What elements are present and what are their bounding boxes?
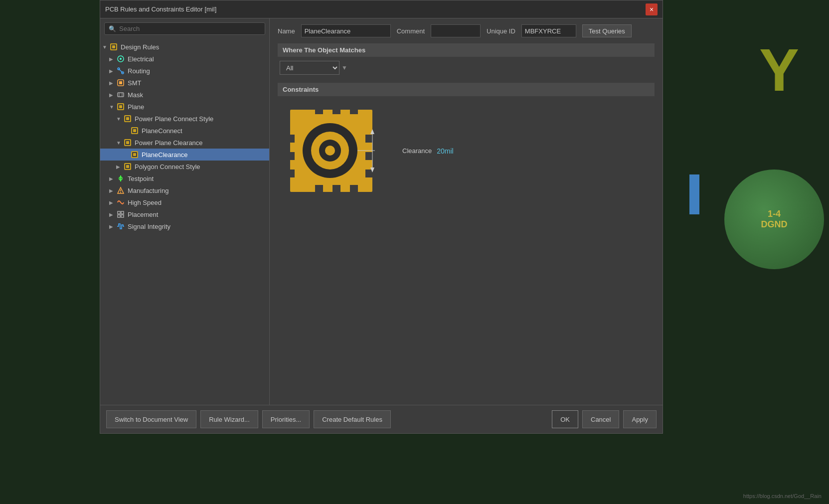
svg-rect-30 [126, 165, 129, 168]
tree-item-signal-integrity[interactable]: ▶ Signal Integrity [100, 220, 269, 232]
unique-id-label: Unique ID [487, 27, 515, 35]
plane-icon [116, 102, 125, 111]
dialog-title-bar: PCB Rules and Constraints Editor [mil] × [100, 0, 663, 18]
tree-item-routing[interactable]: ▶ Routing [100, 65, 269, 77]
dropdown-arrow: ▼ [341, 64, 347, 71]
search-icon: 🔍 [109, 25, 116, 32]
highspeed-icon [116, 198, 125, 207]
ok-button[interactable]: OK [552, 410, 578, 428]
tree-item-plane[interactable]: ▼ Plane [100, 101, 269, 113]
footer-right: OK Cancel Apply [552, 410, 657, 428]
bg-blue-bar [689, 174, 699, 214]
svg-rect-2 [112, 45, 115, 48]
priorities-button[interactable]: Priorities... [262, 410, 310, 428]
switch-doc-view-button[interactable]: Switch to Document View [106, 410, 196, 428]
svg-rect-27 [133, 153, 136, 156]
constraints-section: Constraints [278, 83, 655, 199]
tree-label-ppc: Power Plane Clearance [135, 139, 203, 147]
search-input[interactable] [119, 25, 261, 32]
tree-label-plane: Plane [128, 103, 144, 111]
tree-item-testpoint[interactable]: ▶ Testpoint [100, 172, 269, 184]
cancel-button[interactable]: Cancel [582, 410, 619, 428]
svg-rect-50 [315, 185, 323, 192]
tree-item-mask[interactable]: ▶ Mask [100, 89, 269, 101]
tree-label-design-rules: Design Rules [121, 43, 159, 51]
svg-rect-18 [126, 117, 129, 120]
tree-item-power-plane-connect-style[interactable]: ▼ Power Plane Connect Style [100, 113, 269, 125]
rule-wizard-button[interactable]: Rule Wizard... [200, 410, 258, 428]
tree-item-polygon-connect-style[interactable]: ▶ Polygon Connect Style [100, 161, 269, 172]
svg-rect-37 [121, 211, 124, 214]
tree-arrow-plane: ▼ [109, 104, 116, 110]
tree-label-planeconnect: PlaneConnect [142, 127, 182, 135]
svg-rect-9 [119, 81, 122, 84]
svg-rect-15 [119, 105, 122, 108]
background-decoration: Y 1-4 DGND [669, 0, 829, 504]
svg-rect-51 [332, 185, 340, 192]
test-queries-button[interactable]: Test Queries [582, 24, 632, 37]
pcb-rules-dialog: PCB Rules and Constraints Editor [mil] ×… [100, 0, 663, 434]
tree-arrow-routing: ▶ [109, 68, 116, 74]
tree-item-placement[interactable]: ▶ Placement [100, 208, 269, 220]
tree-label-routing: Routing [128, 67, 150, 75]
tree-item-planeconnect[interactable]: PlaneConnect [100, 125, 269, 137]
testpoint-icon [116, 174, 125, 183]
placement-icon [116, 210, 125, 219]
svg-rect-24 [126, 141, 129, 144]
name-input[interactable] [301, 24, 391, 37]
svg-rect-39 [121, 215, 124, 217]
name-label: Name [278, 27, 295, 35]
svg-rect-41 [288, 135, 295, 143]
match-dropdown[interactable]: All Net Net Class Layer Net and Layer [280, 61, 339, 75]
right-panel: Name Comment Unique ID Test Queries Wher… [270, 18, 663, 405]
tree-item-smt[interactable]: ▶ SMT [100, 77, 269, 89]
dropdown-row: All Net Net Class Layer Net and Layer ▼ [278, 61, 655, 75]
tree-label-signalintegrity: Signal Integrity [128, 223, 170, 230]
green-circle: 1-4 DGND [724, 169, 824, 269]
svg-rect-44 [365, 135, 372, 143]
tree-label-electrical: Electrical [128, 55, 154, 63]
comment-input[interactable] [431, 24, 481, 37]
clearance-annotation: Clearance 20mil [402, 147, 454, 155]
clearance-value: 20mil [437, 147, 453, 155]
tree-arrow-highspeed: ▶ [109, 200, 116, 205]
tree-label-mask: Mask [128, 91, 143, 99]
smt-icon [116, 78, 125, 87]
circle-text-line1: 1-4 [768, 209, 781, 219]
unique-id-input[interactable] [521, 24, 576, 37]
tree-item-design-rules[interactable]: ▼ Design Rules [100, 41, 269, 53]
svg-rect-38 [118, 215, 120, 217]
apply-button[interactable]: Apply [623, 410, 657, 428]
svg-rect-10 [118, 93, 124, 97]
where-object-header: Where The Object Matches [278, 43, 655, 57]
tree-item-electrical[interactable]: ▶ Electrical [100, 53, 269, 65]
svg-rect-49 [350, 107, 358, 114]
tree-label-highspeed: High Speed [128, 199, 162, 206]
planeclearance-icon [130, 150, 139, 159]
search-box: 🔍 [104, 22, 265, 35]
tree-item-planeclearance[interactable]: PlaneClearance [100, 149, 269, 161]
comment-label: Comment [397, 27, 425, 35]
close-button[interactable]: × [646, 3, 658, 15]
tree-item-manufacturing[interactable]: ▶ Manufacturing [100, 184, 269, 196]
svg-rect-45 [365, 152, 372, 160]
dialog-title: PCB Rules and Constraints Editor [mil] [105, 5, 216, 13]
svg-rect-52 [350, 185, 358, 192]
signalintegrity-icon [116, 222, 125, 231]
tree-arrow-ppcs: ▼ [116, 116, 123, 122]
tree-item-power-plane-clearance[interactable]: ▼ Power Plane Clearance [100, 137, 269, 149]
tree-item-high-speed[interactable]: ▶ High Speed [100, 196, 269, 208]
tree-arrow-smt: ▶ [109, 80, 116, 86]
tree-label-planeclearance: PlaneClearance [142, 151, 188, 159]
constraints-header: Constraints [278, 83, 655, 96]
tree-label-testpoint: Testpoint [128, 175, 154, 182]
clearance-diagram: Clearance 20mil [278, 102, 655, 199]
ppcs-icon [123, 114, 132, 123]
svg-point-4 [120, 58, 122, 60]
tree-arrow-placement: ▶ [109, 212, 116, 217]
create-default-rules-button[interactable]: Create Default Rules [314, 410, 391, 428]
routing-icon [116, 66, 125, 75]
design-rules-icon [109, 42, 118, 51]
manufacturing-icon [116, 186, 125, 195]
svg-rect-21 [133, 129, 136, 132]
